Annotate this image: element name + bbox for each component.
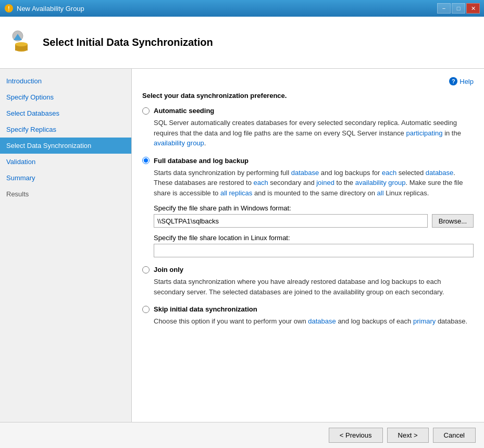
previous-button[interactable]: < Previous xyxy=(329,428,383,443)
title-bar: ! New Availability Group − □ ✕ xyxy=(0,0,484,17)
content-area: ? Help Select your data synchronization … xyxy=(132,69,484,422)
skip-initial-radio[interactable] xyxy=(142,306,150,313)
sidebar-item-select-data-sync[interactable]: Select Data Synchronization xyxy=(0,138,131,154)
full-backup-radio[interactable] xyxy=(142,157,150,164)
page-title: Select Initial Data Synchronization xyxy=(43,36,213,48)
sidebar-item-select-databases[interactable]: Select Databases xyxy=(0,105,131,121)
linux-path-label: Specify the file share location in Linux… xyxy=(154,234,474,242)
svg-point-6 xyxy=(15,42,28,46)
window-body: Select Initial Data Synchronization Intr… xyxy=(0,17,484,448)
preference-title: Select your data synchronization prefere… xyxy=(142,92,474,99)
restore-button[interactable]: □ xyxy=(452,3,465,14)
skip-initial-desc: Choose this option if you want to perfor… xyxy=(154,316,474,327)
option-skip-initial: Skip initial data synchronization Choose… xyxy=(142,305,474,327)
linux-path-input[interactable] xyxy=(154,244,474,257)
automatic-seeding-text: Automatic seeding xyxy=(154,107,214,115)
header-icon xyxy=(8,30,34,56)
option-full-backup: Full database and log backup Starts data… xyxy=(142,157,474,258)
skip-initial-label[interactable]: Skip initial data synchronization xyxy=(142,305,474,313)
join-only-text: Join only xyxy=(154,266,183,273)
windows-path-label: Specify the file share path in Windows f… xyxy=(154,204,474,212)
sidebar-item-results: Results xyxy=(0,186,131,202)
main-area: Introduction Specify Options Select Data… xyxy=(0,69,484,422)
full-backup-desc: Starts data synchronization by performin… xyxy=(154,168,474,198)
cancel-button[interactable]: Cancel xyxy=(433,428,476,443)
linux-path-row xyxy=(154,244,474,257)
join-only-desc: Starts data synchronization where you ha… xyxy=(154,277,474,297)
option-join-only: Join only Starts data synchronization wh… xyxy=(142,266,474,297)
file-share-section: Specify the file share path in Windows f… xyxy=(154,204,474,257)
sidebar-item-specify-options[interactable]: Specify Options xyxy=(0,89,131,105)
skip-initial-text: Skip initial data synchronization xyxy=(154,305,257,313)
option-automatic-seeding: Automatic seeding SQL Server automatical… xyxy=(142,107,474,148)
windows-path-input[interactable] xyxy=(154,214,428,228)
svg-text:!: ! xyxy=(8,6,9,11)
help-label: Help xyxy=(460,78,474,85)
windows-path-row: Browse... xyxy=(154,214,474,228)
help-section: ? Help xyxy=(142,77,474,85)
sidebar-item-summary[interactable]: Summary xyxy=(0,170,131,186)
sidebar-item-validation[interactable]: Validation xyxy=(0,154,131,170)
help-button[interactable]: ? Help xyxy=(449,77,474,85)
footer: < Previous Next > Cancel xyxy=(0,422,484,448)
automatic-seeding-radio[interactable] xyxy=(142,107,150,115)
minimize-button[interactable]: − xyxy=(437,3,451,14)
next-button[interactable]: Next > xyxy=(387,428,429,443)
window-controls: − □ ✕ xyxy=(437,3,480,14)
header-section: Select Initial Data Synchronization xyxy=(0,17,484,69)
sidebar-item-introduction[interactable]: Introduction xyxy=(0,73,131,89)
full-backup-text: Full database and log backup xyxy=(154,157,249,165)
sidebar: Introduction Specify Options Select Data… xyxy=(0,69,132,422)
full-backup-label[interactable]: Full database and log backup xyxy=(142,157,474,165)
join-only-radio[interactable] xyxy=(142,266,150,273)
join-only-label[interactable]: Join only xyxy=(142,266,474,273)
browse-button[interactable]: Browse... xyxy=(432,214,474,228)
automatic-seeding-desc: SQL Server automatically creates databas… xyxy=(154,118,474,148)
automatic-seeding-label[interactable]: Automatic seeding xyxy=(142,107,474,115)
close-button[interactable]: ✕ xyxy=(466,3,480,14)
help-circle-icon: ? xyxy=(449,77,457,85)
app-icon: ! xyxy=(4,4,14,13)
window-title: New Availability Group xyxy=(17,5,84,13)
sidebar-item-specify-replicas[interactable]: Specify Replicas xyxy=(0,121,131,138)
